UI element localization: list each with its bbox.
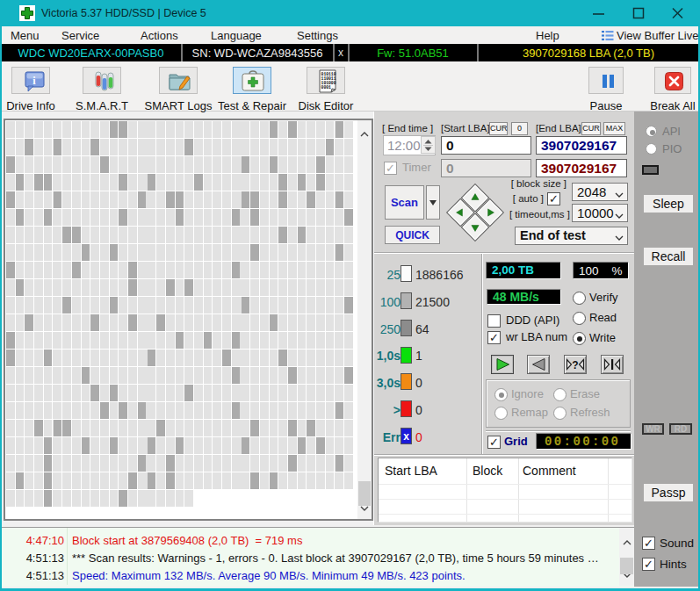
svg-text:?: ?: [572, 359, 578, 371]
svg-text:0001: 0001: [321, 85, 331, 90]
